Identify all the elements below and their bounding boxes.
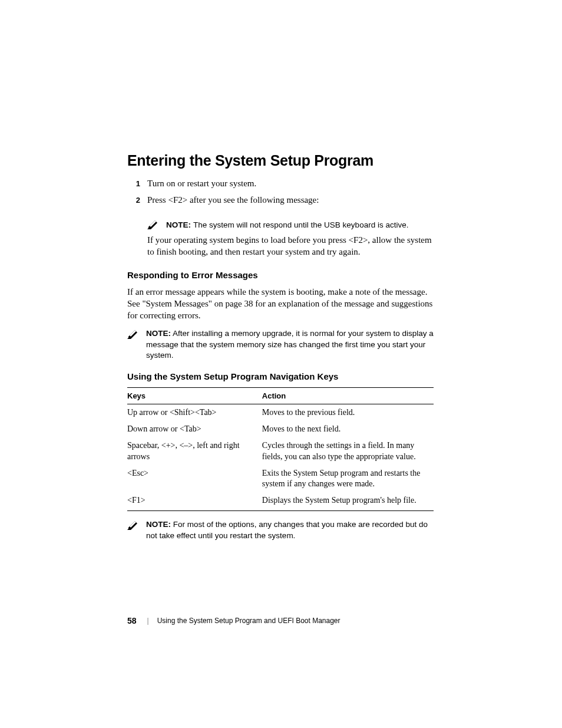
- step-number: 2: [127, 196, 140, 205]
- note-text: For most of the options, any changes tha…: [146, 520, 428, 539]
- list-item: 2 Press <F2> after you see the following…: [127, 194, 434, 206]
- note-text: After installing a memory upgrade, it is…: [146, 329, 434, 359]
- step-list: 1 Turn on or restart your system. 2 Pres…: [127, 177, 434, 206]
- col-action: Action: [262, 388, 434, 404]
- table-row: <F1> Displays the System Setup program's…: [127, 492, 434, 511]
- note-body: NOTE: The system will not respond until …: [166, 218, 408, 231]
- col-keys: Keys: [127, 388, 262, 404]
- navigation-keys-table: Keys Action Up arrow or <Shift><Tab> Mov…: [127, 387, 434, 511]
- step-text: Turn on or restart your system.: [147, 177, 256, 189]
- table-row: Up arrow or <Shift><Tab> Moves to the pr…: [127, 404, 434, 421]
- cell-key: <F1>: [127, 492, 262, 511]
- footer-separator: |: [147, 617, 149, 625]
- page-footer: 58 | Using the System Setup Program and …: [127, 616, 340, 625]
- cell-action: Displays the System Setup program's help…: [262, 492, 434, 511]
- footer-chapter: Using the System Setup Program and UEFI …: [157, 617, 340, 625]
- note-label: NOTE:: [146, 520, 171, 529]
- note-label: NOTE:: [146, 329, 171, 338]
- page-number: 58: [127, 616, 137, 625]
- pencil-note-icon: [127, 519, 139, 530]
- cell-action: Cycles through the settings in a field. …: [262, 437, 434, 465]
- note: NOTE: The system will not respond until …: [147, 218, 434, 231]
- subheading-error: Responding to Error Messages: [127, 270, 434, 280]
- note-body: NOTE: After installing a memory upgrade,…: [146, 328, 434, 361]
- subheading-nav: Using the System Setup Program Navigatio…: [127, 371, 434, 381]
- table-header-row: Keys Action: [127, 388, 434, 404]
- note-label: NOTE:: [166, 220, 191, 229]
- indented-block: NOTE: The system will not respond until …: [147, 218, 434, 258]
- paragraph: If your operating system begins to load …: [147, 234, 434, 258]
- step-number: 1: [127, 179, 140, 188]
- note: NOTE: After installing a memory upgrade,…: [127, 328, 434, 361]
- table-row: Down arrow or <Tab> Moves to the next fi…: [127, 421, 434, 437]
- page-content: Entering the System Setup Program 1 Turn…: [127, 152, 434, 552]
- table-row: Spacebar, <+>, <–>, left and right arrow…: [127, 437, 434, 465]
- pencil-note-icon: [127, 328, 139, 339]
- step-text: Press <F2> after you see the following m…: [147, 194, 319, 206]
- cell-action: Exits the System Setup program and resta…: [262, 465, 434, 492]
- note-text: The system will not respond until the US…: [193, 220, 408, 229]
- cell-key: Spacebar, <+>, <–>, left and right arrow…: [127, 437, 262, 465]
- cell-key: <Esc>: [127, 465, 262, 492]
- table-row: <Esc> Exits the System Setup program and…: [127, 465, 434, 492]
- cell-action: Moves to the previous field.: [262, 404, 434, 421]
- note-body: NOTE: For most of the options, any chang…: [146, 519, 434, 541]
- main-heading: Entering the System Setup Program: [127, 152, 434, 169]
- cell-key: Down arrow or <Tab>: [127, 421, 262, 437]
- cell-action: Moves to the next field.: [262, 421, 434, 437]
- note: NOTE: For most of the options, any chang…: [127, 519, 434, 541]
- paragraph: If an error message appears while the sy…: [127, 286, 434, 322]
- list-item: 1 Turn on or restart your system.: [127, 177, 434, 189]
- cell-key: Up arrow or <Shift><Tab>: [127, 404, 262, 421]
- pencil-note-icon: [147, 219, 159, 229]
